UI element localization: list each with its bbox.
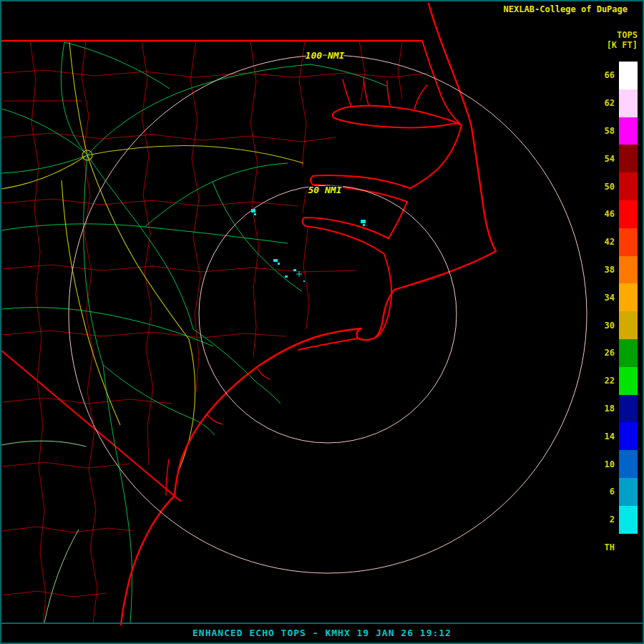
scale-entry: 62	[586, 89, 638, 117]
scale-entry-label: 14	[605, 431, 615, 441]
scale-entry-label: 6	[610, 487, 615, 497]
scale-entry-label: 22	[605, 376, 615, 386]
range-rings	[69, 55, 587, 573]
scale-entry: 46	[586, 200, 638, 228]
coast-south-shore	[121, 328, 380, 625]
scale-colorbar: 66625854504642383430262218141062TH	[586, 62, 638, 561]
scale-entry: 14	[586, 422, 638, 450]
range-ring-100nmi	[69, 55, 587, 573]
echo-cell	[363, 224, 365, 226]
scale-entry: 2	[586, 506, 638, 534]
attribution-text: NEXLAB-College of DuPage	[504, 4, 628, 14]
cod-logo-icon	[630, 4, 640, 14]
coast-currituck-shore	[422, 41, 460, 124]
echo-cell	[303, 280, 305, 282]
scale-title: TOPS [K FT]	[586, 30, 638, 50]
road-network	[1, 42, 386, 623]
road-network-pale	[1, 441, 86, 623]
scale-entry-label: 34	[605, 293, 615, 303]
scale-entry: 34	[586, 283, 638, 311]
scale-entry-swatch	[619, 395, 638, 423]
scale-entry-label: 38	[605, 265, 615, 275]
radar-map: 100 NMI 50 NMI	[1, 1, 602, 625]
range-ring-50nmi	[199, 185, 457, 443]
scale-entry-swatch	[619, 506, 638, 534]
scale-entry-swatch	[619, 200, 638, 228]
scale-entry-swatch	[619, 145, 638, 172]
scale-entry-swatch	[619, 283, 638, 311]
scale-entry: 42	[586, 228, 638, 256]
scale-entry: 6	[586, 478, 638, 506]
scale-entry: 38	[586, 256, 638, 284]
scale-entry-label: 18	[605, 404, 615, 414]
footer-divider	[1, 623, 643, 624]
scale-entry-label: 50	[605, 182, 615, 192]
echo-markers	[251, 209, 366, 282]
scale-entry-label: 58	[605, 126, 615, 136]
roads	[1, 42, 386, 623]
radar-display: 100 NMI 50 NMI NEXLAB-College of DuPage …	[0, 0, 644, 644]
scale-entry-swatch	[619, 62, 638, 89]
scale-entry-swatch	[619, 89, 638, 117]
scale-entry-label: 2	[610, 514, 615, 525]
scale-entry-label: 10	[605, 459, 615, 469]
highways	[1, 42, 303, 470]
scale-entry-swatch	[619, 117, 638, 145]
south-carolina-border-line	[1, 351, 180, 501]
county-line-network	[1, 41, 429, 624]
scale-title-line1: TOPS	[586, 30, 638, 40]
scale-entry: 58	[586, 117, 638, 145]
scale-entry: 18	[586, 395, 638, 423]
scale-entry-swatch	[619, 339, 638, 367]
echo-cell	[361, 220, 366, 223]
scale-entry: 30	[586, 311, 638, 339]
echo-cell	[278, 263, 280, 265]
scale-entry-label: 30	[605, 321, 615, 331]
scale-entry-swatch	[619, 367, 638, 395]
product-caption: ENHANCED ECHO TOPS - KMHX 19 JAN 26 19:1…	[1, 628, 643, 638]
coast-neuse-river	[303, 218, 392, 334]
scale-entry-label: 42	[605, 237, 615, 247]
scale-entry-swatch	[619, 228, 638, 256]
scale-entry-label: 26	[605, 348, 615, 358]
scale-entry-swatch	[619, 256, 638, 284]
range-ring-label-100nmi: 100 NMI	[306, 50, 345, 61]
highway-network	[1, 42, 303, 470]
coast-inlets	[207, 367, 270, 424]
scale-entry-swatch	[619, 478, 638, 506]
echo-tops-scale: TOPS [K FT] 6662585450464238343026221814…	[586, 30, 638, 561]
scale-entry: 54	[586, 145, 638, 172]
ring-labels: 100 NMI 50 NMI	[306, 50, 345, 195]
scale-entry: 50	[586, 172, 638, 200]
echo-cell	[293, 269, 296, 271]
scale-entry-swatch	[619, 422, 638, 450]
echo-cell	[254, 213, 256, 215]
scale-title-line2: [K FT]	[586, 40, 638, 50]
scale-entry-swatch	[619, 172, 638, 200]
attribution: NEXLAB-College of DuPage	[504, 4, 640, 14]
echo-cell	[273, 259, 278, 262]
scale-entry: TH	[586, 534, 638, 562]
range-ring-label-50nmi: 50 NMI	[308, 185, 342, 195]
scale-entry-label: 54	[605, 154, 615, 164]
coastline	[121, 4, 496, 625]
scale-entry-label: TH	[605, 542, 615, 552]
scale-entry: 26	[586, 339, 638, 367]
scale-entry-label: 62	[605, 98, 615, 108]
scale-entry-swatch	[619, 311, 638, 339]
scale-entry-label: 66	[605, 70, 615, 80]
echo-cell	[251, 209, 255, 213]
scale-entry: 22	[586, 367, 638, 395]
echo-cell	[285, 275, 288, 278]
county-lines	[1, 41, 429, 624]
coast-albemarle-rivers	[343, 78, 427, 109]
scale-entry-label: 46	[605, 209, 615, 219]
scale-entry-swatch	[619, 450, 638, 478]
scale-entry: 10	[586, 450, 638, 478]
scale-entry-swatch	[619, 534, 638, 562]
scale-entry: 66	[586, 62, 638, 89]
